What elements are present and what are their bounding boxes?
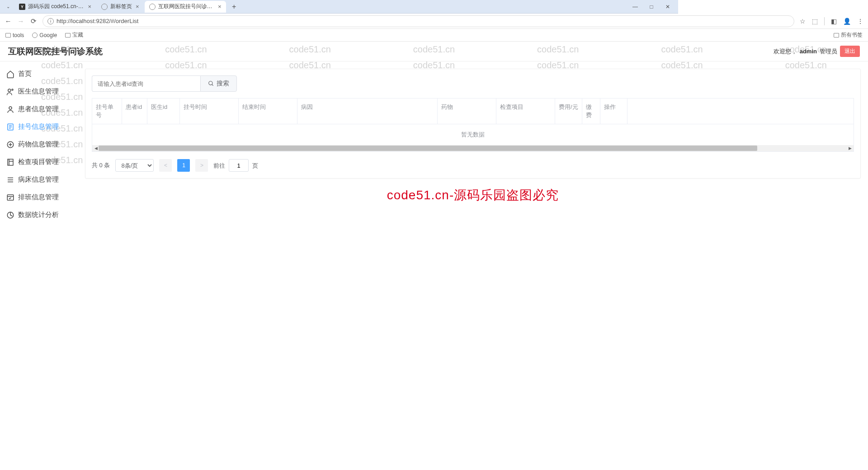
browser-nav-bar: ← → ⟳ i http://localhost:9282/#/orderLis…: [0, 14, 868, 29]
sidebar-icon: [6, 158, 14, 166]
sidebar: 首页医生信息管理患者信息管理挂号信息管理药物信息管理检查项目管理病床信息管理排班…: [0, 61, 78, 366]
column-header: 缴费: [582, 99, 600, 124]
app-root: code51.cncode51.cncode51.cncode51.cncode…: [0, 42, 868, 366]
sidebar-item-1[interactable]: 医生信息管理: [0, 83, 78, 100]
sidebar-item-3[interactable]: 挂号信息管理: [0, 118, 78, 136]
column-header: 病因: [297, 99, 438, 124]
browser-tab-2[interactable]: 互联网医院挂号问诊系统 ×: [145, 1, 226, 13]
sidebar-item-7[interactable]: 排班信息管理: [0, 188, 78, 206]
url-text: http://localhost:9282/#/orderList: [57, 18, 138, 24]
sidebar-icon: [6, 105, 14, 113]
favicon-y: Y: [19, 4, 25, 10]
sidebar-item-8[interactable]: 数据统计分析: [0, 206, 78, 224]
sidebar-item-4[interactable]: 药物信息管理: [0, 136, 78, 153]
column-header: 检查项目: [496, 99, 555, 124]
welcome-text: 欢迎您，: [774, 47, 797, 56]
tab-title: 新标签页: [110, 3, 132, 10]
star-icon[interactable]: ☆: [800, 18, 806, 25]
page-size-select[interactable]: 8条/页: [115, 159, 154, 172]
new-tab-button[interactable]: +: [229, 1, 240, 12]
column-header: 结束时间: [239, 99, 297, 124]
bookmark-treasure[interactable]: 宝藏: [65, 31, 83, 39]
page-1-button[interactable]: 1: [177, 159, 190, 172]
tab-title: 源码乐园 code51.cn-项目论文…: [28, 3, 84, 10]
sidebar-item-0[interactable]: 首页: [0, 65, 78, 83]
svg-point-0: [8, 89, 11, 92]
patient-id-search-input[interactable]: [92, 75, 200, 92]
sidebar-item-label: 药物信息管理: [18, 140, 59, 149]
address-bar[interactable]: i http://localhost:9282/#/orderList: [42, 15, 794, 27]
column-header: 挂号时间: [180, 99, 239, 124]
favicon-globe: [149, 4, 156, 10]
user-role: 管理员: [820, 47, 837, 56]
sidebar-icon: [6, 211, 14, 219]
search-button[interactable]: 搜索: [200, 75, 237, 92]
back-button[interactable]: ←: [5, 17, 12, 25]
bookmark-tools[interactable]: tools: [5, 32, 24, 38]
menu-icon[interactable]: ⋮: [857, 18, 863, 25]
browser-tab-0[interactable]: Y 源码乐园 code51.cn-项目论文… ×: [14, 1, 96, 13]
sidebar-item-label: 检查项目管理: [18, 158, 59, 166]
main-content: 搜索 挂号单号患者id医生id挂号时间结束时间病因药物检查项目费用/元缴费操作 …: [78, 61, 868, 366]
maximize-button[interactable]: □: [648, 4, 655, 10]
scroll-thumb[interactable]: [99, 146, 757, 151]
sidebar-item-label: 数据统计分析: [18, 211, 59, 219]
table-header-row: 挂号单号患者id医生id挂号时间结束时间病因药物检查项目费用/元缴费操作: [92, 99, 854, 124]
prev-page-button[interactable]: <: [159, 159, 172, 172]
column-header: 患者id: [122, 99, 147, 124]
search-row: 搜索: [92, 75, 854, 92]
browser-tab-1[interactable]: 新标签页 ×: [97, 1, 144, 13]
svg-point-1: [12, 89, 13, 90]
reload-button[interactable]: ⟳: [30, 17, 37, 25]
tab-dropdown[interactable]: ⌄: [4, 2, 13, 11]
username: admin: [800, 48, 817, 55]
sidebar-icon: [6, 123, 14, 131]
folder-icon: [5, 33, 11, 38]
scroll-track[interactable]: [99, 146, 847, 151]
column-header: 医生id: [147, 99, 180, 124]
close-icon[interactable]: ×: [88, 3, 91, 10]
sidebar-item-2[interactable]: 患者信息管理: [0, 100, 78, 118]
site-info-icon[interactable]: i: [47, 18, 54, 24]
extension-icon[interactable]: ⬚: [812, 18, 818, 25]
svg-rect-12: [7, 195, 14, 200]
svg-line-16: [212, 85, 213, 86]
sidebar-icon: [6, 193, 14, 202]
sidebar-item-label: 医生信息管理: [18, 87, 59, 96]
sidebar-icon: [6, 88, 14, 96]
scroll-left-arrow[interactable]: ◀: [93, 146, 99, 151]
profile-icon[interactable]: 👤: [843, 18, 851, 25]
user-info: 欢迎您， admin 管理员 退出: [774, 46, 860, 57]
folder-icon: [65, 33, 71, 38]
app-title: 互联网医院挂号问诊系统: [8, 46, 103, 57]
close-icon[interactable]: ×: [218, 3, 222, 10]
copyright-notice: code51.cn-源码乐园盗图必究: [85, 179, 861, 204]
scroll-right-arrow[interactable]: ▶: [847, 146, 853, 151]
app-body: 首页医生信息管理患者信息管理挂号信息管理药物信息管理检查项目管理病床信息管理排班…: [0, 61, 868, 366]
folder-icon: [834, 33, 839, 38]
sidebar-icon: [6, 141, 14, 149]
sidebar-icon: [6, 70, 14, 78]
browser-tab-strip: ⌄ Y 源码乐园 code51.cn-项目论文… × 新标签页 × 互联网医院挂…: [0, 0, 678, 14]
close-icon[interactable]: ×: [136, 3, 139, 10]
separator: [824, 17, 825, 25]
bookmark-google[interactable]: Google: [32, 32, 57, 38]
sidebar-item-6[interactable]: 病床信息管理: [0, 171, 78, 188]
page-jump-input[interactable]: [229, 159, 249, 172]
sidebar-item-label: 挂号信息管理: [18, 122, 59, 131]
sidebar-icon: [6, 176, 14, 184]
favicon-globe: [101, 4, 108, 10]
forward-button[interactable]: →: [17, 17, 24, 25]
gear-icon: [32, 33, 38, 38]
all-bookmarks[interactable]: 所有书签: [834, 31, 863, 39]
sidebar-item-5[interactable]: 检查项目管理: [0, 153, 78, 171]
total-count: 共 0 条: [92, 161, 110, 169]
column-header: 费用/元: [555, 99, 582, 124]
side-panel-icon[interactable]: ◧: [831, 18, 837, 25]
logout-button[interactable]: 退出: [840, 46, 860, 57]
horizontal-scrollbar[interactable]: ◀ ▶: [92, 145, 854, 151]
minimize-button[interactable]: —: [632, 4, 638, 10]
next-page-button[interactable]: >: [195, 159, 208, 172]
close-window-button[interactable]: ✕: [665, 4, 671, 10]
search-icon: [208, 80, 214, 87]
